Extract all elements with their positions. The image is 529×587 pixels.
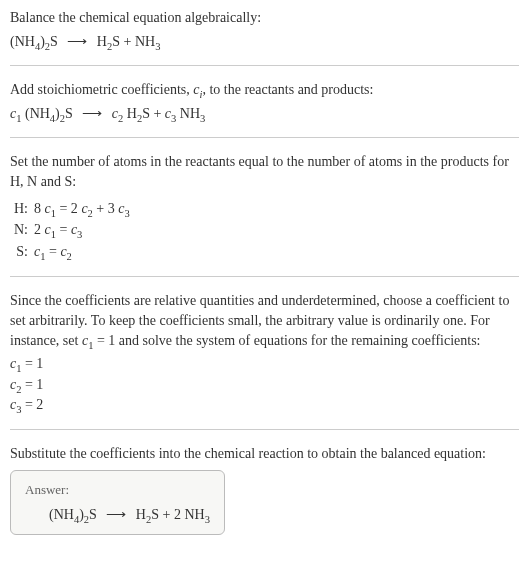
atom-equation: c1 = c2 [34, 241, 136, 263]
reaction-arrow-icon: ⟶ [82, 104, 102, 124]
eq: = [45, 244, 60, 259]
divider [10, 276, 519, 277]
table-row: S: c1 = c2 [10, 241, 136, 263]
subscript: 2 [67, 251, 72, 262]
eq: = [56, 222, 71, 237]
atoms-intro: Set the number of atoms in the reactants… [10, 152, 519, 191]
value: = 1 [21, 356, 43, 371]
element-label: N: [10, 219, 34, 241]
reaction-arrow-icon: ⟶ [106, 505, 126, 525]
text: , to the reactants and products: [202, 82, 373, 97]
table-row: N: 2 c1 = c3 [10, 219, 136, 241]
coef-result: c3 = 2 [10, 395, 519, 415]
species: S [65, 106, 73, 121]
plus: + 3 [93, 201, 118, 216]
divider [10, 137, 519, 138]
atoms-section: Set the number of atoms in the reactants… [10, 152, 519, 262]
unbalanced-equation: (NH4)2S ⟶ H2S + NH3 [10, 32, 519, 52]
stoich-intro: Add stoichiometric coefficients, ci, to … [10, 80, 519, 100]
subscript: 3 [155, 40, 160, 51]
eq: = 2 [56, 201, 81, 216]
product-part: H [97, 34, 107, 49]
coef-result: c1 = 1 [10, 354, 519, 374]
species: H [123, 106, 137, 121]
balanced-equation: (NH4)2S ⟶ H2S + 2 NH3 [25, 505, 210, 525]
answer-label: Answer: [25, 481, 210, 499]
divider [10, 65, 519, 66]
element-label: H: [10, 198, 34, 220]
element-label: S: [10, 241, 34, 263]
reactant-part: S [50, 34, 58, 49]
subscript: 3 [77, 229, 82, 240]
divider [10, 429, 519, 430]
intro-section: Balance the chemical equation algebraica… [10, 8, 519, 51]
answer-box: Answer: (NH4)2S ⟶ H2S + 2 NH3 [10, 470, 225, 536]
value: = 1 [21, 377, 43, 392]
value: = 2 [21, 397, 43, 412]
solve-section: Since the coefficients are relative quan… [10, 291, 519, 415]
product-part: S + NH [112, 34, 155, 49]
product-part: H [136, 507, 146, 522]
subscript: 3 [205, 513, 210, 524]
table-row: H: 8 c1 = 2 c2 + 3 c3 [10, 198, 136, 220]
species: NH [176, 106, 200, 121]
atom-equations-table: H: 8 c1 = 2 c2 + 3 c3 N: 2 c1 = c3 S: c1… [10, 198, 136, 263]
text: Add stoichiometric coefficients, [10, 82, 193, 97]
reactant-part: (NH [10, 34, 35, 49]
coef-result: c2 = 1 [10, 375, 519, 395]
num: 2 [34, 222, 45, 237]
species: (NH [21, 106, 49, 121]
intro-text: Balance the chemical equation algebraica… [10, 8, 519, 28]
reactant-part: S [89, 507, 97, 522]
text: = 1 and solve the system of equations fo… [93, 333, 480, 348]
stoichiometric-section: Add stoichiometric coefficients, ci, to … [10, 80, 519, 123]
solve-intro: Since the coefficients are relative quan… [10, 291, 519, 350]
subscript: 3 [200, 113, 205, 124]
atom-equation: 8 c1 = 2 c2 + 3 c3 [34, 198, 136, 220]
final-intro: Substitute the coefficients into the che… [10, 444, 519, 464]
reactant-part: (NH [49, 507, 74, 522]
reaction-arrow-icon: ⟶ [67, 32, 87, 52]
subscript: 3 [124, 207, 129, 218]
final-section: Substitute the coefficients into the che… [10, 444, 519, 535]
atom-equation: 2 c1 = c3 [34, 219, 136, 241]
coefficient-results: c1 = 1 c2 = 1 c3 = 2 [10, 354, 519, 415]
species: S + [142, 106, 165, 121]
product-part: S + 2 NH [151, 507, 204, 522]
num: 8 [34, 201, 45, 216]
stoich-equation: c1 (NH4)2S ⟶ c2 H2S + c3 NH3 [10, 104, 519, 124]
